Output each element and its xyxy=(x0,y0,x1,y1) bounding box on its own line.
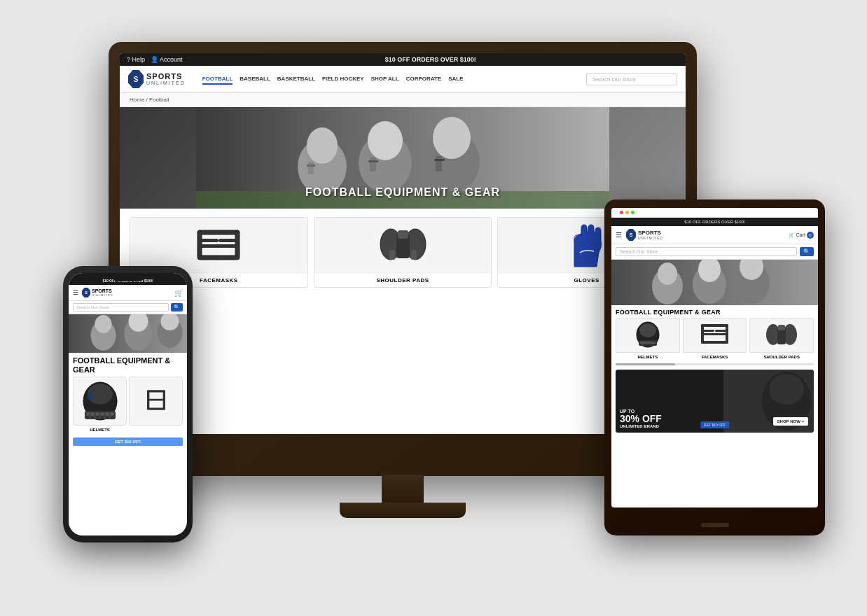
tablet-helmet-img xyxy=(616,318,680,353)
tablet-promo-percent: 30% OFF xyxy=(620,414,662,424)
svg-rect-68 xyxy=(109,412,111,419)
phone-search-placeholder: Search Our Store xyxy=(76,305,109,309)
svg-rect-41 xyxy=(701,341,728,344)
desktop-hero: FOOTBALL EQUIPMENT & GEAR xyxy=(120,107,686,209)
nav-link-football[interactable]: FOOTBALL xyxy=(202,74,233,85)
svg-rect-67 xyxy=(104,412,106,419)
phone-device: $10 OFF ORDERS OVER $100! ☰ S SPORTS UNL… xyxy=(63,266,193,542)
svg-rect-18 xyxy=(197,244,240,248)
svg-rect-42 xyxy=(701,333,728,335)
facemask-svg xyxy=(194,225,243,267)
desktop-search-input[interactable]: Search Our Store xyxy=(586,74,677,85)
account-link[interactable]: 👤 Account xyxy=(151,56,183,63)
svg-point-2 xyxy=(307,127,338,164)
nav-link-corporate[interactable]: CORPORATE xyxy=(406,74,442,85)
phone-get-btn[interactable]: GET $10 OFF xyxy=(73,438,183,446)
phone-search-btn[interactable]: 🔍 xyxy=(171,303,183,312)
tablet-cat-facemasks[interactable]: FACEMASKS xyxy=(683,318,747,359)
shoulder-pads-img xyxy=(314,218,492,274)
phone-logo-s: S xyxy=(85,290,88,295)
cat-card-shoulder-pads[interactable]: SHOULDER PADS xyxy=(314,217,492,288)
tablet-cat-shoulder-pads[interactable]: SHOULDER PADS xyxy=(749,318,814,359)
tablet-section-title: FOOTBALL EQUIPMENT & GEAR xyxy=(611,305,818,318)
dot-green xyxy=(631,211,634,214)
breadcrumb-home[interactable]: Home xyxy=(130,97,144,103)
tablet-hamburger[interactable]: ☰ xyxy=(616,231,622,239)
tablet-promo-banner: UP TO 30% OFF UNLIMITED BRAND GET $10 OF… xyxy=(616,370,814,433)
phone-search-input[interactable]: Search Our Store xyxy=(73,303,169,312)
nav-link-basketball[interactable]: BASKETBALL xyxy=(277,74,315,85)
svg-rect-26 xyxy=(411,250,417,260)
tablet-shoulder-pads-img xyxy=(749,318,814,353)
svg-rect-4 xyxy=(307,164,315,167)
nav-link-shopall[interactable]: SHOP ALL xyxy=(371,74,399,85)
help-link[interactable]: ? Help xyxy=(127,56,145,63)
svg-point-55 xyxy=(95,315,112,333)
tablet-promo-text: $10 OFF ORDERS OVER $100! xyxy=(684,220,744,224)
phone-cat-partial[interactable] xyxy=(129,377,183,432)
svg-point-52 xyxy=(769,374,804,405)
svg-rect-70 xyxy=(147,390,165,392)
phone-cart-icon[interactable]: 🛒 xyxy=(174,289,183,297)
svg-rect-48 xyxy=(778,325,785,330)
phone-section-title-text: FOOTBALL EQUIPMENT & GEAR xyxy=(73,356,170,374)
phone-cat-helmets[interactable]: HELMETS xyxy=(73,377,127,432)
phone-helmet-img xyxy=(73,377,127,426)
tablet-logo[interactable]: S SPORTS UNLIMITED xyxy=(626,229,663,241)
shoulder-pads-svg xyxy=(377,223,429,269)
phone-hero-svg xyxy=(69,314,187,353)
tablet-get-btn-label: GET $10 OFF xyxy=(704,423,726,427)
svg-rect-20 xyxy=(219,239,240,242)
svg-rect-12 xyxy=(434,159,445,161)
tablet-scroll-indicator xyxy=(616,363,675,365)
phone-hamburger[interactable]: ☰ xyxy=(73,289,78,296)
phone-helmet-svg xyxy=(79,379,121,424)
desktop-categories: FACEMASKS xyxy=(120,209,686,296)
svg-rect-44 xyxy=(715,330,728,332)
tablet-facemask-img xyxy=(683,318,747,353)
tablet-shop-now-btn[interactable]: SHOP NOW > xyxy=(773,417,808,426)
nav-link-sale[interactable]: SALE xyxy=(448,74,463,85)
tablet-screen: $10 OFF ORDERS OVER $100! ☰ S SPORTS UNL… xyxy=(611,208,818,507)
tablet-promo-bar: $10 OFF ORDERS OVER $100! xyxy=(611,218,818,226)
phone-logo-tagline: UNLIMITED xyxy=(92,293,113,297)
phone-cats: HELMETS xyxy=(69,377,187,435)
dot-red xyxy=(620,211,623,214)
phone-partial-svg xyxy=(146,379,167,424)
nav-link-fieldhockey[interactable]: FIELD HOCKEY xyxy=(322,74,364,85)
tablet-cart-label: Cart xyxy=(796,232,805,237)
phone-logo-text: SPORTS UNLIMITED xyxy=(92,288,113,297)
tablet-cat-helmets[interactable]: HELMETS xyxy=(616,318,680,359)
top-bar-right-icons: ? Help 👤 Account xyxy=(127,56,183,63)
tablet-search-input[interactable]: Search Our Store xyxy=(616,247,797,256)
desktop-logo[interactable]: S SPORTS UNLIMITED xyxy=(128,70,186,88)
tablet-dots xyxy=(620,211,634,214)
nav-link-baseball[interactable]: BASEBALL xyxy=(240,74,270,85)
svg-rect-66 xyxy=(99,412,101,419)
svg-rect-38 xyxy=(701,324,728,327)
monitor-stand-neck xyxy=(382,475,424,504)
logo-text: SPORTS UNLIMITED xyxy=(146,73,186,85)
desktop-nav-links: FOOTBALL BASEBALL BASKETBALL FIELD HOCKE… xyxy=(202,74,576,85)
svg-rect-74 xyxy=(147,399,165,401)
svg-rect-14 xyxy=(197,230,240,234)
tablet-scroll-bar xyxy=(616,363,814,365)
tablet-home-indicator xyxy=(701,523,729,527)
phone-get-btn-label: GET $10 OFF xyxy=(115,440,141,444)
tablet-facemask-svg xyxy=(699,321,730,350)
tablet-search-btn[interactable]: 🔍 xyxy=(800,247,814,256)
tablet-logo-text: SPORTS UNLIMITED xyxy=(638,230,663,240)
tablet-cart[interactable]: 🛒 Cart 0 xyxy=(789,232,814,239)
svg-rect-64 xyxy=(89,412,91,419)
tablet-cat-label-helmets: HELMETS xyxy=(616,355,680,359)
phone-partial-img xyxy=(129,377,183,426)
tablet-get-btn[interactable]: GET $10 OFF xyxy=(700,421,729,428)
monitor-screen: ? Help 👤 Account $10 OFF ORDERS OVER $10… xyxy=(120,53,686,434)
tablet-cat-label-facemasks: FACEMASKS xyxy=(683,355,747,359)
svg-rect-25 xyxy=(389,250,395,260)
phone-logo[interactable]: S SPORTS UNLIMITED xyxy=(82,288,171,298)
tablet-logo-s: S xyxy=(630,232,633,237)
desktop-hero-title: FOOTBALL EQUIPMENT & GEAR xyxy=(120,186,686,199)
logo-icon: S xyxy=(128,70,144,88)
svg-rect-73 xyxy=(147,407,165,410)
